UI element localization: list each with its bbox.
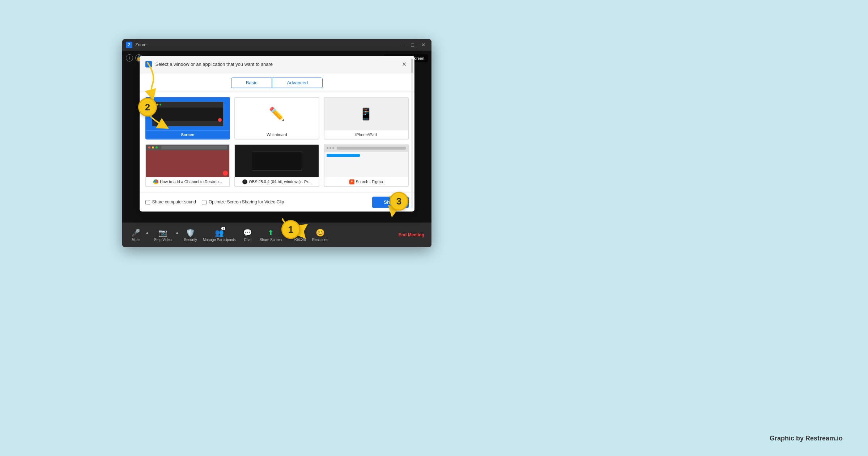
stop-video-button[interactable]: 📷 Stop Video	[151, 227, 175, 243]
scrollbar-track[interactable]	[411, 59, 413, 208]
mic-icon: 🎤	[131, 228, 140, 237]
chrome-thumb-bg	[146, 144, 230, 177]
mute-chevron[interactable]: ▲	[145, 229, 150, 236]
zoom-window: Z Zoom − □ ✕ i 🔒 ⛶ Enter Full Screen Z S…	[122, 39, 431, 247]
minimize-button[interactable]: −	[399, 41, 406, 48]
chat-button[interactable]: 💬 Chat	[239, 227, 257, 243]
whiteboard-icon: ✏️	[269, 106, 285, 122]
share-screen-icon: ⬆	[268, 228, 274, 237]
share-button[interactable]: Share	[372, 197, 408, 208]
share-item-iphone[interactable]: 📱 iPhone/iPad	[324, 97, 409, 139]
figma-thumbnail	[324, 144, 408, 177]
shield-icon: 🛡️	[186, 228, 195, 237]
screen-inner	[152, 102, 223, 126]
toolbar: 🎤 Mute ▲ 📷 Stop Video ▲ 🛡️ Security 👥 1 …	[122, 223, 431, 247]
share-dialog: Z Select a window or an application that…	[140, 56, 414, 211]
participants-icon: 👥 1	[215, 228, 224, 237]
tab-basic[interactable]: Basic	[231, 77, 272, 88]
optimize-video-checkbox[interactable]: Optimize Screen Sharing for Video Clip	[202, 199, 284, 204]
iphone-label: iPhone/iPad	[324, 130, 408, 139]
optimize-video-input[interactable]	[202, 200, 207, 204]
reactions-icon: 😊	[316, 228, 325, 237]
chat-label: Chat	[244, 238, 251, 242]
window-title: Zoom	[135, 42, 399, 47]
dialog-close-button[interactable]: ✕	[400, 60, 409, 68]
figma-thumb-bg	[324, 144, 408, 177]
stop-video-label: Stop Video	[154, 238, 172, 242]
figma-badge: F	[349, 179, 354, 184]
mute-label: Mute	[132, 238, 140, 242]
whiteboard-thumb-bg: ✏️	[235, 98, 319, 130]
iphone-icon: 📱	[359, 107, 373, 121]
dialog-zoom-logo: Z	[145, 61, 152, 67]
share-sound-input[interactable]	[145, 200, 150, 204]
whiteboard-label: Whiteboard	[235, 130, 319, 139]
scrollbar-thumb[interactable]	[411, 59, 413, 73]
share-item-figma[interactable]: F Search - Figma	[324, 144, 409, 187]
video-group: 📷 Stop Video ▲	[151, 227, 180, 243]
dialog-footer: Share computer sound Optimize Screen Sha…	[140, 193, 414, 211]
camera-icon: 📷	[158, 228, 167, 237]
screen-thumb-bg	[146, 98, 230, 130]
obs-thumb-bg	[235, 144, 319, 177]
share-screen-group: ⬆ Share Screen ▲	[257, 227, 290, 243]
obs-badge: ⊙	[242, 179, 247, 184]
record-label: Record	[294, 237, 306, 241]
share-screen-button[interactable]: ⬆ Share Screen	[257, 227, 285, 243]
reactions-label: Reactions	[312, 238, 328, 242]
close-button[interactable]: ✕	[419, 41, 428, 48]
screen-thumbnail	[146, 98, 230, 130]
share-item-whiteboard[interactable]: ✏️ Whiteboard	[234, 97, 319, 139]
participants-button[interactable]: 👥 1 Manage Participants	[200, 227, 239, 243]
share-items-grid: Screen ✏️ Whiteboard 📱	[140, 91, 414, 193]
zoom-logo: Z	[126, 42, 132, 48]
iphone-thumbnail: 📱	[324, 98, 408, 130]
dialog-title: Select a window or an application that y…	[156, 62, 400, 67]
chat-icon: 💬	[243, 228, 252, 237]
figma-header	[324, 144, 408, 152]
video-chevron[interactable]: ▲	[175, 229, 180, 236]
participants-count: 1	[221, 227, 225, 230]
share-item-chrome[interactable]: How to add a Channel to Restrea...	[145, 144, 230, 187]
mute-group: 🎤 Mute ▲	[127, 227, 150, 243]
chrome-badge	[153, 179, 158, 184]
dialog-tabs: Basic Advanced	[140, 73, 414, 91]
figma-label: F Search - Figma	[324, 177, 408, 186]
title-bar: Z Zoom − □ ✕	[122, 39, 431, 51]
share-chevron[interactable]: ▲	[285, 229, 290, 236]
chrome-label: How to add a Channel to Restrea...	[146, 177, 230, 186]
obs-label: ⊙ OBS 25.0.4 (64-bit, windows) - Pr...	[235, 177, 319, 186]
figma-blue-bar	[327, 154, 360, 157]
iphone-thumb-bg: 📱	[324, 98, 408, 130]
tab-advanced[interactable]: Advanced	[272, 77, 323, 88]
end-meeting-button[interactable]: End Meeting	[396, 231, 427, 239]
security-button[interactable]: 🛡️ Security	[181, 227, 200, 243]
zoom-body: i 🔒 ⛶ Enter Full Screen Z Select a windo…	[122, 51, 431, 223]
participants-label: Manage Participants	[203, 238, 236, 242]
watermark: Graphic by Restream.io	[770, 435, 843, 442]
security-label: Security	[184, 238, 197, 242]
share-item-screen[interactable]: Screen	[145, 97, 230, 139]
chrome-bar	[146, 144, 230, 150]
chrome-thumbnail	[146, 144, 230, 177]
reactions-button[interactable]: 😊 Reactions	[309, 227, 331, 243]
obs-thumbnail	[235, 144, 319, 177]
dialog-header: Z Select a window or an application that…	[140, 56, 414, 73]
maximize-button[interactable]: □	[409, 41, 416, 48]
record-button[interactable]: ⏺ Record	[291, 227, 309, 243]
info-icon[interactable]: i	[126, 54, 133, 62]
share-item-obs[interactable]: ⊙ OBS 25.0.4 (64-bit, windows) - Pr...	[234, 144, 319, 187]
mute-button[interactable]: 🎤 Mute	[127, 227, 145, 243]
share-sound-checkbox[interactable]: Share computer sound	[145, 199, 196, 204]
whiteboard-thumbnail: ✏️	[235, 98, 319, 130]
record-icon: ⏺	[297, 228, 304, 237]
share-screen-label: Share Screen	[260, 238, 282, 242]
screen-label: Screen	[146, 130, 230, 139]
window-controls: − □ ✕	[399, 41, 428, 48]
